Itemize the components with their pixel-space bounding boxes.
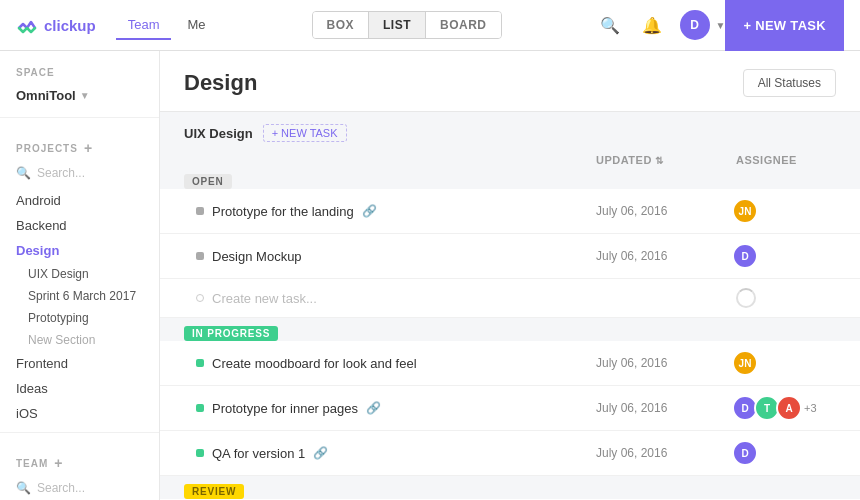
uix-design-title: UIX Design xyxy=(184,126,253,141)
task-name: Prototype for the landing 🔗 xyxy=(196,204,596,219)
view-list-btn[interactable]: LIST xyxy=(369,12,426,38)
space-section: OmniTool ▼ xyxy=(0,84,159,111)
nav-me[interactable]: Me xyxy=(175,11,217,40)
search-icon-sidebar: 🔍 xyxy=(16,166,31,180)
user-avatar: D xyxy=(680,10,710,40)
sidebar-item-backend[interactable]: Backend xyxy=(0,213,159,238)
task-assignees: D xyxy=(736,243,836,269)
divider-1 xyxy=(0,117,159,118)
link-icon: 🔗 xyxy=(366,401,381,415)
logo-text: clickup xyxy=(44,17,96,34)
create-task-row[interactable]: Create new task... xyxy=(160,279,860,318)
content-header: Design All Statuses xyxy=(160,51,860,112)
task-indicator xyxy=(196,449,204,457)
review-badge: REVIEW xyxy=(184,484,244,499)
task-indicator xyxy=(196,404,204,412)
projects-label: PROJECTS + xyxy=(0,124,159,162)
add-team-icon[interactable]: + xyxy=(54,455,63,471)
task-name: Design Mockup xyxy=(196,249,596,264)
spinner xyxy=(736,288,756,308)
sidebar-sub-sprint[interactable]: Sprint 6 March 2017 xyxy=(0,285,159,307)
avatar: A xyxy=(776,395,802,421)
task-date: July 06, 2016 xyxy=(596,356,736,370)
space-name[interactable]: OmniTool ▼ xyxy=(16,88,143,103)
table-row[interactable]: Prototype for the landing 🔗 July 06, 201… xyxy=(160,189,860,234)
in-progress-badge: IN PROGRESS xyxy=(184,326,278,341)
uix-add-task-btn[interactable]: + NEW TASK xyxy=(263,124,347,142)
task-date: July 06, 2016 xyxy=(596,204,736,218)
sidebar-item-frontend[interactable]: Frontend xyxy=(0,351,159,376)
view-box-btn[interactable]: BOX xyxy=(313,12,370,38)
sidebar-sub-prototyping[interactable]: Prototyping xyxy=(0,307,159,329)
task-indicator xyxy=(196,207,204,215)
sidebar: SPACE OmniTool ▼ PROJECTS + 🔍 Search... … xyxy=(0,51,160,500)
link-icon: 🔗 xyxy=(313,446,328,460)
open-status-group: OPEN Prototype for the landing 🔗 July 06… xyxy=(160,170,860,318)
sidebar-item-ideas[interactable]: Ideas xyxy=(0,376,159,401)
task-assignees: JN xyxy=(736,198,836,224)
new-task-button[interactable]: + NEW TASK xyxy=(725,0,844,51)
table-row[interactable]: Create moodboard for look and feel July … xyxy=(160,341,860,386)
table-row[interactable]: Prototype for inner pages 🔗 July 06, 201… xyxy=(160,386,860,431)
task-indicator xyxy=(196,359,204,367)
col-assignee-label: ASSIGNEE xyxy=(736,154,836,166)
page-title: Design xyxy=(184,70,257,110)
extra-count: +3 xyxy=(804,402,817,414)
nav-links: Team Me xyxy=(116,11,218,40)
clickup-logo-icon xyxy=(16,14,38,36)
in-progress-status-group: IN PROGRESS Create moodboard for look an… xyxy=(160,322,860,476)
avatar: JN xyxy=(732,350,758,376)
topnav-right: 🔍 🔔 D ▼ xyxy=(596,10,726,40)
col-updated-label[interactable]: UPDATED ⇅ xyxy=(596,154,736,166)
view-board-btn[interactable]: BOARD xyxy=(426,12,501,38)
projects-search[interactable]: 🔍 Search... xyxy=(0,162,159,188)
sidebar-sub-uixdesign[interactable]: UIX Design xyxy=(0,263,159,285)
task-assignees: D xyxy=(736,440,836,466)
top-nav: clickup Team Me BOX LIST BOARD 🔍 🔔 D ▼ +… xyxy=(0,0,860,51)
bell-icon[interactable]: 🔔 xyxy=(638,11,666,39)
avatar: JN xyxy=(732,198,758,224)
space-label: SPACE xyxy=(0,51,159,84)
sidebar-item-design[interactable]: Design xyxy=(0,238,159,263)
user-avatar-wrapper[interactable]: D ▼ xyxy=(680,10,726,40)
all-statuses-button[interactable]: All Statuses xyxy=(743,69,836,97)
review-status-group: REVIEW Focus groups questionaire 🔗 July … xyxy=(160,480,860,500)
team-search[interactable]: 🔍 Search... xyxy=(0,477,159,500)
link-icon: 🔗 xyxy=(362,204,377,218)
search-icon[interactable]: 🔍 xyxy=(596,11,624,39)
table-row[interactable]: Design Mockup July 06, 2016 D xyxy=(160,234,860,279)
col-headers: UPDATED ⇅ ASSIGNEE xyxy=(160,150,860,170)
view-toggle: BOX LIST BOARD xyxy=(312,11,502,39)
task-date: July 06, 2016 xyxy=(596,249,736,263)
avatar: D xyxy=(732,440,758,466)
sidebar-item-android[interactable]: Android xyxy=(0,188,159,213)
main-content: Design All Statuses UIX Design + NEW TAS… xyxy=(160,51,860,500)
task-name: Prototype for inner pages 🔗 xyxy=(196,401,596,416)
task-name: QA for version 1 🔗 xyxy=(196,446,596,461)
search-icon-team: 🔍 xyxy=(16,481,31,495)
sidebar-item-ios[interactable]: iOS xyxy=(0,401,159,426)
sort-icon: ⇅ xyxy=(655,155,664,166)
divider-2 xyxy=(0,432,159,433)
logo: clickup xyxy=(16,14,96,36)
sidebar-sub-newsection[interactable]: New Section xyxy=(0,329,159,351)
open-badge: OPEN xyxy=(184,174,232,189)
task-assignees: D T A +3 xyxy=(736,395,836,421)
create-task-input: Create new task... xyxy=(196,291,596,306)
task-date: July 06, 2016 xyxy=(596,401,736,415)
add-project-icon[interactable]: + xyxy=(84,140,93,156)
avatar: D xyxy=(732,243,758,269)
nav-team[interactable]: Team xyxy=(116,11,172,40)
team-label: TEAM + xyxy=(0,439,159,477)
task-date: July 06, 2016 xyxy=(596,446,736,460)
main-layout: SPACE OmniTool ▼ PROJECTS + 🔍 Search... … xyxy=(0,51,860,500)
table-row[interactable]: QA for version 1 🔗 July 06, 2016 D xyxy=(160,431,860,476)
task-assignees: JN xyxy=(736,350,836,376)
uix-design-section-header: UIX Design + NEW TASK xyxy=(160,112,860,150)
task-indicator xyxy=(196,252,204,260)
chevron-down-icon: ▼ xyxy=(716,20,726,31)
task-name: Create moodboard for look and feel xyxy=(196,356,596,371)
create-indicator xyxy=(196,294,204,302)
